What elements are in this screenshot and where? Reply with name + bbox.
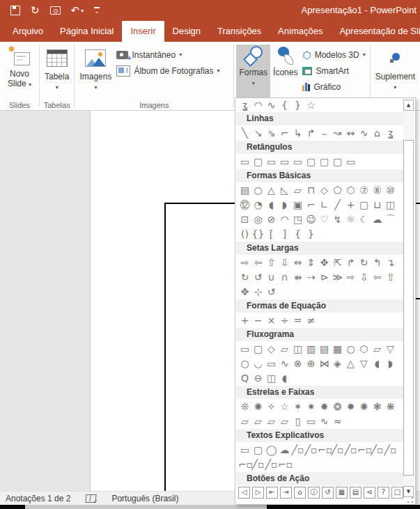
shape-no-symbol[interactable]: ⊘ bbox=[265, 212, 278, 226]
shape-isosceles-triangle[interactable]: △ bbox=[265, 183, 278, 197]
shape-star-4-point[interactable]: ✧ bbox=[265, 400, 278, 414]
shape-line-callout-3-no-border[interactable]: ⌐▫ bbox=[238, 457, 251, 471]
shape-action-help[interactable]: ? bbox=[378, 487, 389, 499]
shape-ribbon-down[interactable]: ▱ bbox=[238, 414, 251, 428]
shape-star-16-point[interactable]: ✺ bbox=[357, 400, 371, 414]
shape-star-5-point[interactable]: ☆ bbox=[304, 99, 318, 111]
shape-preparation[interactable]: ⬡ bbox=[357, 342, 371, 356]
shape-extract[interactable]: △ bbox=[344, 357, 357, 370]
shape-hexagon[interactable]: ⬡ bbox=[344, 183, 357, 197]
shape-star-6-point[interactable]: ✶ bbox=[291, 400, 304, 414]
shape-moon[interactable]: ☾ bbox=[357, 212, 371, 226]
new-slide-button[interactable]: ✹ Novo Slide ▾ bbox=[2, 45, 37, 100]
shape-star-12-point[interactable]: ✹ bbox=[344, 400, 357, 414]
shape-division[interactable]: ÷ bbox=[278, 313, 291, 327]
shape-manual-input[interactable]: ▱ bbox=[371, 342, 384, 356]
shape-line-callout-2-no-border[interactable]: ╱▫ bbox=[384, 443, 397, 457]
shape-star-24-point[interactable]: ❃ bbox=[371, 400, 384, 414]
shape-dodecagon[interactable]: ⑫ bbox=[238, 198, 251, 212]
shape-down-arrow-callout[interactable]: ⇩ bbox=[357, 270, 371, 284]
shape-arc[interactable]: ◠ bbox=[251, 99, 265, 111]
shape-freeform[interactable]: ⌂ bbox=[371, 126, 384, 140]
shape-line-callout-3-accent-bar[interactable]: ⌐▫ bbox=[357, 443, 371, 457]
shape-action-back[interactable]: ◁ bbox=[238, 487, 250, 499]
shape-sort[interactable]: ◈ bbox=[331, 357, 344, 370]
status-language[interactable]: Português (Brasil) bbox=[111, 494, 178, 503]
shape-arc[interactable]: ⌒ bbox=[384, 212, 397, 226]
shape-action-return[interactable]: ↺ bbox=[322, 487, 334, 499]
shape-bevel[interactable]: ⊡ bbox=[238, 212, 251, 226]
shape-line[interactable]: ╲ bbox=[238, 126, 251, 140]
shape-can[interactable]: ⊔ bbox=[371, 198, 384, 212]
shape-line-callout-3[interactable]: ⌐▫ bbox=[318, 443, 331, 457]
customize-qat-button[interactable]: ⌄ bbox=[94, 7, 100, 14]
shape-plaque[interactable]: ▢ bbox=[357, 198, 371, 212]
shape-right-arrow[interactable]: ⇨ bbox=[238, 256, 251, 269]
shape-circular-arrow[interactable]: ↺ bbox=[265, 285, 278, 299]
shape-line-callout-2-border-accent[interactable]: ╱▫ bbox=[265, 457, 278, 471]
status-notes-indicator[interactable]: Anotações 1 de 2 bbox=[6, 494, 70, 503]
shape-left-arrow-callout[interactable]: ⇦ bbox=[371, 270, 384, 284]
shape-snip-same-side-corners-rectangle[interactable]: ▭ bbox=[278, 155, 291, 169]
shape-action-forward[interactable]: ▷ bbox=[252, 487, 264, 499]
shape-quad-arrow-callout[interactable]: ✥ bbox=[238, 285, 251, 299]
shape-line-callout-1-accent-bar[interactable]: ╱▫ bbox=[331, 443, 344, 457]
shape-line-callout-2-accent-bar[interactable]: ╱▫ bbox=[344, 443, 357, 457]
shape-sun[interactable]: ☼ bbox=[344, 212, 357, 226]
shape-snip-single-corner-rectangle[interactable]: ▭ bbox=[265, 155, 278, 169]
shape-l-shape[interactable]: ∟ bbox=[318, 198, 331, 212]
shape-rectangular-callout[interactable]: ▭ bbox=[238, 443, 251, 457]
panel-resize-grip[interactable] bbox=[407, 497, 413, 503]
undo-button[interactable]: ↶▾ bbox=[71, 6, 84, 16]
scroll-up-button[interactable]: ▲ bbox=[403, 100, 414, 111]
shape-scribble[interactable]: ʓ bbox=[238, 99, 251, 111]
shape-left-right-up-arrow-callout[interactable]: ⊹ bbox=[251, 285, 265, 299]
shape-multiplication[interactable]: × bbox=[265, 313, 278, 327]
shape-left-bracket[interactable]: [ bbox=[265, 227, 278, 241]
shape-ribbon-up[interactable]: ▱ bbox=[251, 414, 265, 428]
shape-explosion-2[interactable]: ✺ bbox=[251, 400, 265, 414]
shape-card[interactable]: ▭ bbox=[265, 357, 278, 370]
shape-punched-tape[interactable]: ∿ bbox=[278, 357, 291, 370]
shape-action-home[interactable]: ⌂ bbox=[294, 487, 306, 499]
shape-left-brace[interactable]: { bbox=[291, 227, 304, 241]
shape-star-8-point[interactable]: ✸ bbox=[318, 400, 331, 414]
shape-action-document[interactable]: ▤ bbox=[350, 487, 361, 499]
shape-heptagon[interactable]: ⑦ bbox=[357, 183, 371, 197]
shape-round-same-side-corners-rectangle[interactable]: ▢ bbox=[331, 155, 344, 169]
shape-alternate-process[interactable]: ▢ bbox=[251, 342, 265, 356]
shape-pie[interactable]: ◔ bbox=[251, 198, 265, 212]
shape-oval-callout[interactable]: ◯ bbox=[265, 443, 278, 457]
shape-lightning-bolt[interactable]: ↯ bbox=[331, 212, 344, 226]
shape-block-arc[interactable]: ◠ bbox=[278, 212, 291, 226]
shape-bent-arrow[interactable]: ↱ bbox=[344, 256, 357, 269]
shape-collate[interactable]: ⋈ bbox=[318, 357, 331, 370]
shape-heart[interactable]: ♡ bbox=[318, 212, 331, 226]
shape-connector[interactable]: ○ bbox=[238, 357, 251, 370]
shape-notched-right-arrow[interactable]: ⇢ bbox=[304, 270, 318, 284]
shape-regular-pentagon[interactable]: ⬠ bbox=[331, 183, 344, 197]
tab-pagina-inicial[interactable]: Página Inicial bbox=[52, 21, 122, 42]
shape-explosion-1[interactable]: ❊ bbox=[238, 400, 251, 414]
shape-smiley-face[interactable]: ☺ bbox=[304, 212, 318, 226]
table-button[interactable]: Tabela▾ bbox=[42, 45, 72, 100]
shape-double-brace[interactable]: {} bbox=[251, 227, 265, 241]
shape-line-callout-2[interactable]: ╱▫ bbox=[304, 443, 318, 457]
tab-transicoes[interactable]: Transições bbox=[209, 21, 270, 42]
shape-action-movie[interactable]: ▦ bbox=[336, 487, 348, 499]
shape-oval[interactable]: ○ bbox=[251, 183, 265, 197]
shape-right-brace[interactable]: } bbox=[291, 99, 304, 111]
shape-quad-arrow[interactable]: ✥ bbox=[318, 256, 331, 269]
shape-action-end[interactable]: ⇥ bbox=[280, 487, 292, 499]
shape-terminator[interactable]: ○ bbox=[344, 342, 357, 356]
tab-inserir[interactable]: Inserir bbox=[122, 21, 164, 42]
shape-curved-double-arrow-connector[interactable]: ↭ bbox=[344, 126, 357, 140]
shape-up-down-arrow[interactable]: ⇕ bbox=[304, 256, 318, 269]
shape-left-right-up-arrow[interactable]: ⇱ bbox=[331, 256, 344, 269]
3d-models-button[interactable]: ⬡ Modelos 3D ▾ bbox=[300, 47, 367, 62]
shape-double-bracket[interactable]: () bbox=[238, 227, 251, 241]
shape-curved-up-arrow[interactable]: ∩ bbox=[278, 270, 291, 284]
shape-star-7-point[interactable]: ✷ bbox=[304, 400, 318, 414]
shape-action-beginning[interactable]: ⇤ bbox=[266, 487, 278, 499]
tab-design[interactable]: Design bbox=[164, 21, 209, 42]
